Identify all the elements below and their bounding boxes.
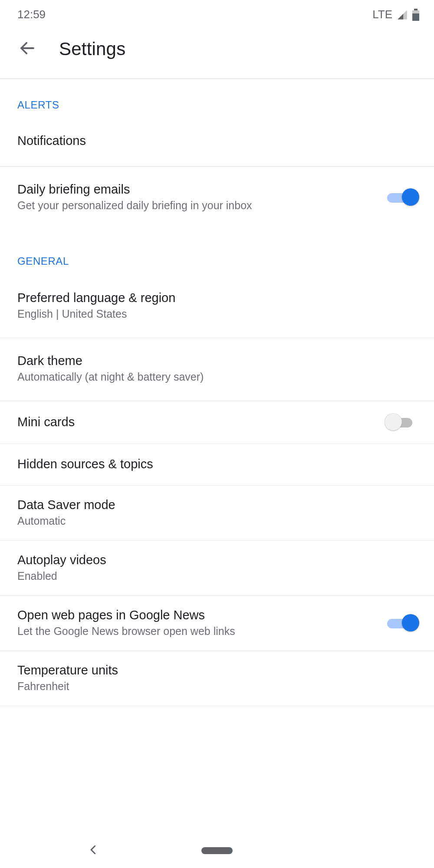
setting-dark-theme[interactable]: Dark theme Automatically (at night & bat… (0, 338, 434, 401)
status-bar: 12:59 LTE (0, 0, 434, 26)
setting-title: Hidden sources & topics (17, 457, 153, 471)
toggle-mini-cards[interactable] (387, 413, 417, 431)
status-right: LTE (372, 8, 419, 21)
setting-temperature-units[interactable]: Temperature units Fahrenheit (0, 651, 434, 706)
status-network: LTE (372, 8, 392, 21)
setting-title: Daily briefing emails (17, 182, 252, 197)
setting-title: Data Saver mode (17, 498, 115, 512)
section-header-alerts: ALERTS (0, 79, 434, 119)
status-time: 12:59 (17, 8, 46, 21)
setting-title: Autoplay videos (17, 553, 106, 567)
setting-subtitle: Automatically (at night & battery saver) (17, 371, 204, 383)
setting-title: Open web pages in Google News (17, 608, 235, 622)
system-nav-bar (0, 833, 434, 868)
nav-home-pill[interactable] (201, 847, 233, 854)
battery-icon (412, 9, 419, 21)
back-arrow-icon[interactable] (18, 39, 36, 59)
setting-subtitle: Automatic (17, 515, 115, 527)
setting-language-region[interactable]: Preferred language & region English | Un… (0, 275, 434, 338)
signal-icon (397, 9, 408, 20)
nav-back-icon[interactable] (87, 843, 100, 858)
toggle-daily-briefing[interactable] (387, 188, 417, 206)
page-title: Settings (59, 39, 125, 59)
setting-title: Dark theme (17, 354, 204, 368)
setting-subtitle: English | United States (17, 308, 175, 320)
setting-open-web-pages[interactable]: Open web pages in Google News Let the Go… (0, 596, 434, 651)
setting-title: Mini cards (17, 415, 75, 429)
toggle-open-web[interactable] (387, 614, 417, 631)
setting-notifications[interactable]: Notifications (0, 119, 434, 166)
setting-subtitle: Fahrenheit (17, 680, 118, 693)
setting-mini-cards[interactable]: Mini cards (0, 401, 434, 444)
app-bar: Settings (0, 26, 434, 79)
setting-title: Preferred language & region (17, 291, 175, 305)
setting-data-saver[interactable]: Data Saver mode Automatic (0, 486, 434, 541)
setting-subtitle: Get your personalized daily briefing in … (17, 199, 252, 212)
setting-title: Notifications (17, 134, 86, 148)
setting-title: Temperature units (17, 663, 118, 677)
section-header-general: GENERAL (0, 235, 434, 275)
setting-subtitle: Let the Google News browser open web lin… (17, 625, 235, 638)
setting-autoplay-videos[interactable]: Autoplay videos Enabled (0, 541, 434, 596)
setting-subtitle: Enabled (17, 570, 106, 582)
setting-daily-briefing[interactable]: Daily briefing emails Get your personali… (0, 167, 434, 235)
setting-hidden-sources[interactable]: Hidden sources & topics (0, 444, 434, 486)
